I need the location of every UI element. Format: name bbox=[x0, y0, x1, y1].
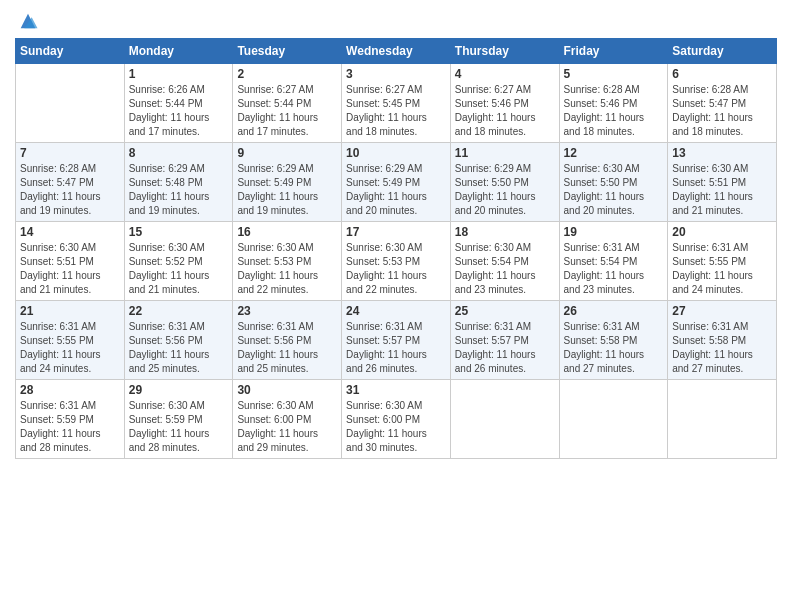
calendar-cell: 22Sunrise: 6:31 AM Sunset: 5:56 PM Dayli… bbox=[124, 301, 233, 380]
day-number: 14 bbox=[20, 225, 120, 239]
calendar-cell: 25Sunrise: 6:31 AM Sunset: 5:57 PM Dayli… bbox=[450, 301, 559, 380]
day-number: 9 bbox=[237, 146, 337, 160]
calendar-cell: 3Sunrise: 6:27 AM Sunset: 5:45 PM Daylig… bbox=[342, 64, 451, 143]
header-row: SundayMondayTuesdayWednesdayThursdayFrid… bbox=[16, 39, 777, 64]
day-info: Sunrise: 6:31 AM Sunset: 5:58 PM Dayligh… bbox=[564, 320, 664, 376]
calendar-cell: 13Sunrise: 6:30 AM Sunset: 5:51 PM Dayli… bbox=[668, 143, 777, 222]
day-info: Sunrise: 6:26 AM Sunset: 5:44 PM Dayligh… bbox=[129, 83, 229, 139]
calendar-cell bbox=[559, 380, 668, 459]
weekday-header: Monday bbox=[124, 39, 233, 64]
logo-icon bbox=[17, 10, 39, 32]
calendar-cell: 8Sunrise: 6:29 AM Sunset: 5:48 PM Daylig… bbox=[124, 143, 233, 222]
calendar-cell: 6Sunrise: 6:28 AM Sunset: 5:47 PM Daylig… bbox=[668, 64, 777, 143]
day-info: Sunrise: 6:31 AM Sunset: 5:58 PM Dayligh… bbox=[672, 320, 772, 376]
day-info: Sunrise: 6:28 AM Sunset: 5:46 PM Dayligh… bbox=[564, 83, 664, 139]
day-info: Sunrise: 6:30 AM Sunset: 5:54 PM Dayligh… bbox=[455, 241, 555, 297]
calendar-cell: 15Sunrise: 6:30 AM Sunset: 5:52 PM Dayli… bbox=[124, 222, 233, 301]
day-info: Sunrise: 6:30 AM Sunset: 5:59 PM Dayligh… bbox=[129, 399, 229, 455]
day-number: 8 bbox=[129, 146, 229, 160]
day-number: 1 bbox=[129, 67, 229, 81]
page-header bbox=[15, 10, 777, 30]
calendar-cell: 11Sunrise: 6:29 AM Sunset: 5:50 PM Dayli… bbox=[450, 143, 559, 222]
day-number: 23 bbox=[237, 304, 337, 318]
calendar-table: SundayMondayTuesdayWednesdayThursdayFrid… bbox=[15, 38, 777, 459]
day-info: Sunrise: 6:30 AM Sunset: 5:53 PM Dayligh… bbox=[346, 241, 446, 297]
calendar-cell: 29Sunrise: 6:30 AM Sunset: 5:59 PM Dayli… bbox=[124, 380, 233, 459]
calendar-week-row: 14Sunrise: 6:30 AM Sunset: 5:51 PM Dayli… bbox=[16, 222, 777, 301]
day-number: 18 bbox=[455, 225, 555, 239]
calendar-week-row: 7Sunrise: 6:28 AM Sunset: 5:47 PM Daylig… bbox=[16, 143, 777, 222]
day-number: 26 bbox=[564, 304, 664, 318]
calendar-cell: 19Sunrise: 6:31 AM Sunset: 5:54 PM Dayli… bbox=[559, 222, 668, 301]
day-number: 17 bbox=[346, 225, 446, 239]
day-info: Sunrise: 6:30 AM Sunset: 5:50 PM Dayligh… bbox=[564, 162, 664, 218]
day-info: Sunrise: 6:27 AM Sunset: 5:45 PM Dayligh… bbox=[346, 83, 446, 139]
day-number: 2 bbox=[237, 67, 337, 81]
calendar-cell: 14Sunrise: 6:30 AM Sunset: 5:51 PM Dayli… bbox=[16, 222, 125, 301]
day-number: 29 bbox=[129, 383, 229, 397]
day-number: 5 bbox=[564, 67, 664, 81]
day-info: Sunrise: 6:27 AM Sunset: 5:46 PM Dayligh… bbox=[455, 83, 555, 139]
calendar-cell: 12Sunrise: 6:30 AM Sunset: 5:50 PM Dayli… bbox=[559, 143, 668, 222]
calendar-cell bbox=[668, 380, 777, 459]
day-number: 11 bbox=[455, 146, 555, 160]
day-info: Sunrise: 6:29 AM Sunset: 5:49 PM Dayligh… bbox=[346, 162, 446, 218]
page-container: SundayMondayTuesdayWednesdayThursdayFrid… bbox=[0, 0, 792, 469]
day-info: Sunrise: 6:30 AM Sunset: 5:53 PM Dayligh… bbox=[237, 241, 337, 297]
day-number: 7 bbox=[20, 146, 120, 160]
calendar-cell: 16Sunrise: 6:30 AM Sunset: 5:53 PM Dayli… bbox=[233, 222, 342, 301]
calendar-cell: 30Sunrise: 6:30 AM Sunset: 6:00 PM Dayli… bbox=[233, 380, 342, 459]
day-info: Sunrise: 6:28 AM Sunset: 5:47 PM Dayligh… bbox=[20, 162, 120, 218]
day-info: Sunrise: 6:30 AM Sunset: 5:52 PM Dayligh… bbox=[129, 241, 229, 297]
calendar-cell: 4Sunrise: 6:27 AM Sunset: 5:46 PM Daylig… bbox=[450, 64, 559, 143]
day-number: 20 bbox=[672, 225, 772, 239]
day-info: Sunrise: 6:29 AM Sunset: 5:48 PM Dayligh… bbox=[129, 162, 229, 218]
day-number: 6 bbox=[672, 67, 772, 81]
day-number: 16 bbox=[237, 225, 337, 239]
calendar-week-row: 28Sunrise: 6:31 AM Sunset: 5:59 PM Dayli… bbox=[16, 380, 777, 459]
day-info: Sunrise: 6:29 AM Sunset: 5:50 PM Dayligh… bbox=[455, 162, 555, 218]
day-number: 22 bbox=[129, 304, 229, 318]
day-info: Sunrise: 6:31 AM Sunset: 5:56 PM Dayligh… bbox=[237, 320, 337, 376]
calendar-cell: 10Sunrise: 6:29 AM Sunset: 5:49 PM Dayli… bbox=[342, 143, 451, 222]
calendar-cell bbox=[16, 64, 125, 143]
logo bbox=[15, 10, 39, 30]
day-number: 31 bbox=[346, 383, 446, 397]
calendar-week-row: 1Sunrise: 6:26 AM Sunset: 5:44 PM Daylig… bbox=[16, 64, 777, 143]
calendar-cell: 20Sunrise: 6:31 AM Sunset: 5:55 PM Dayli… bbox=[668, 222, 777, 301]
weekday-header: Saturday bbox=[668, 39, 777, 64]
day-info: Sunrise: 6:29 AM Sunset: 5:49 PM Dayligh… bbox=[237, 162, 337, 218]
day-info: Sunrise: 6:31 AM Sunset: 5:54 PM Dayligh… bbox=[564, 241, 664, 297]
calendar-cell bbox=[450, 380, 559, 459]
day-number: 24 bbox=[346, 304, 446, 318]
day-number: 21 bbox=[20, 304, 120, 318]
day-info: Sunrise: 6:30 AM Sunset: 6:00 PM Dayligh… bbox=[237, 399, 337, 455]
day-info: Sunrise: 6:31 AM Sunset: 5:59 PM Dayligh… bbox=[20, 399, 120, 455]
day-info: Sunrise: 6:31 AM Sunset: 5:55 PM Dayligh… bbox=[20, 320, 120, 376]
calendar-cell: 26Sunrise: 6:31 AM Sunset: 5:58 PM Dayli… bbox=[559, 301, 668, 380]
day-number: 3 bbox=[346, 67, 446, 81]
calendar-cell: 9Sunrise: 6:29 AM Sunset: 5:49 PM Daylig… bbox=[233, 143, 342, 222]
calendar-cell: 1Sunrise: 6:26 AM Sunset: 5:44 PM Daylig… bbox=[124, 64, 233, 143]
calendar-cell: 27Sunrise: 6:31 AM Sunset: 5:58 PM Dayli… bbox=[668, 301, 777, 380]
day-info: Sunrise: 6:31 AM Sunset: 5:56 PM Dayligh… bbox=[129, 320, 229, 376]
day-info: Sunrise: 6:30 AM Sunset: 5:51 PM Dayligh… bbox=[20, 241, 120, 297]
day-number: 4 bbox=[455, 67, 555, 81]
weekday-header: Tuesday bbox=[233, 39, 342, 64]
day-number: 27 bbox=[672, 304, 772, 318]
day-number: 15 bbox=[129, 225, 229, 239]
day-number: 30 bbox=[237, 383, 337, 397]
weekday-header: Friday bbox=[559, 39, 668, 64]
day-number: 13 bbox=[672, 146, 772, 160]
calendar-cell: 2Sunrise: 6:27 AM Sunset: 5:44 PM Daylig… bbox=[233, 64, 342, 143]
day-info: Sunrise: 6:31 AM Sunset: 5:55 PM Dayligh… bbox=[672, 241, 772, 297]
day-info: Sunrise: 6:30 AM Sunset: 5:51 PM Dayligh… bbox=[672, 162, 772, 218]
calendar-cell: 7Sunrise: 6:28 AM Sunset: 5:47 PM Daylig… bbox=[16, 143, 125, 222]
calendar-cell: 31Sunrise: 6:30 AM Sunset: 6:00 PM Dayli… bbox=[342, 380, 451, 459]
day-number: 25 bbox=[455, 304, 555, 318]
day-number: 19 bbox=[564, 225, 664, 239]
calendar-week-row: 21Sunrise: 6:31 AM Sunset: 5:55 PM Dayli… bbox=[16, 301, 777, 380]
weekday-header: Wednesday bbox=[342, 39, 451, 64]
calendar-cell: 5Sunrise: 6:28 AM Sunset: 5:46 PM Daylig… bbox=[559, 64, 668, 143]
weekday-header: Thursday bbox=[450, 39, 559, 64]
